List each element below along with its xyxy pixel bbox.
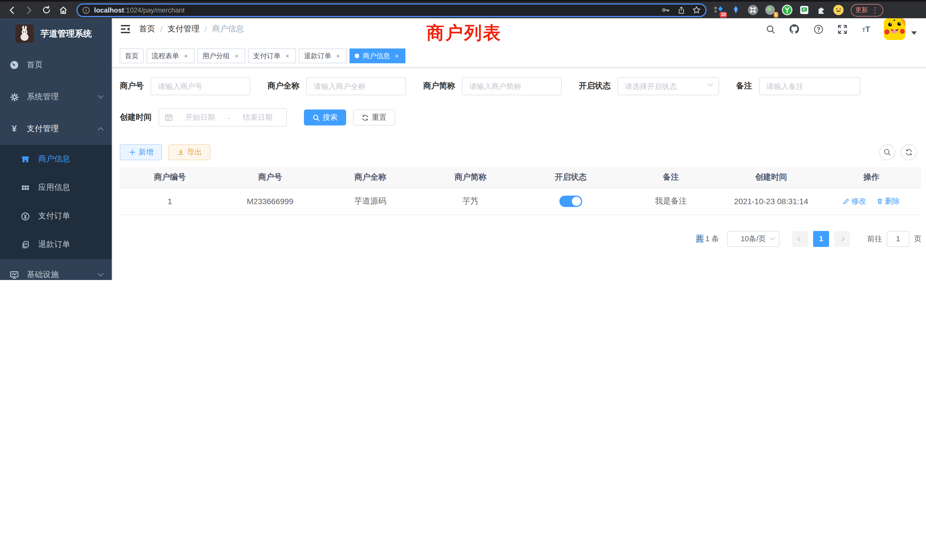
status-select[interactable] xyxy=(617,77,719,95)
date-start-placeholder[interactable]: 开始日期 xyxy=(177,112,223,123)
date-range-separator: - xyxy=(228,113,230,122)
add-button[interactable]: 新增 xyxy=(120,144,162,160)
bookmark-star-icon[interactable] xyxy=(692,6,701,14)
app-header: 首页 / 支付管理 / 商户信息 xyxy=(112,18,926,40)
col-merchant-id: 商户编号 xyxy=(120,167,220,188)
remark-input[interactable] xyxy=(759,77,861,95)
pagination: 共 1 条 10条/页 1 前往 页 xyxy=(120,231,921,247)
back-icon[interactable] xyxy=(8,5,17,15)
site-info-icon[interactable] xyxy=(82,6,90,14)
delete-link[interactable]: 删除 xyxy=(876,196,900,206)
browser-chrome: localhost:1024/pay/merchant 10 xyxy=(0,0,926,18)
filter-row-1: 商户号 商户全称 商户简称 开启状态 xyxy=(120,77,926,95)
next-page-button[interactable] xyxy=(834,231,850,247)
status-select-input[interactable] xyxy=(617,77,719,95)
password-key-icon[interactable] xyxy=(661,6,670,14)
sidebar-item-home[interactable]: 首页 xyxy=(0,49,112,81)
tab-label: 用户分组 xyxy=(203,51,230,61)
header-search-icon[interactable] xyxy=(765,24,775,34)
sidebar-item-pay-order[interactable]: 支付订单 xyxy=(0,202,112,230)
close-icon[interactable]: × xyxy=(233,53,240,59)
main-area: 商户列表 首页 / 支付管理 / 商户信息 xyxy=(112,18,926,280)
browser-menu-icon[interactable]: ⋮ xyxy=(871,6,879,14)
short-name-input[interactable] xyxy=(462,77,561,95)
profile-avatar-icon[interactable] xyxy=(833,5,844,15)
toggle-search-icon[interactable] xyxy=(879,144,895,160)
sidebar-item-pay[interactable]: ¥ 支付管理 xyxy=(0,113,112,145)
share-icon[interactable] xyxy=(677,6,685,14)
sidebar-fold-icon[interactable] xyxy=(120,24,130,34)
sidebar-item-system[interactable]: 系统管理 xyxy=(0,81,112,113)
reload-icon[interactable] xyxy=(42,5,51,15)
page-size-select[interactable]: 10条/页 xyxy=(727,231,779,247)
pagination-total: 共 1 条 xyxy=(696,233,719,244)
date-range-picker[interactable]: 开始日期 - 结束日期 xyxy=(159,108,287,127)
sidebar-item-app-info[interactable]: 应用信息 xyxy=(0,173,112,202)
tab-refund-order[interactable]: 退款订单× xyxy=(299,48,346,63)
search-button-label: 搜索 xyxy=(323,112,337,123)
github-icon[interactable] xyxy=(789,24,799,34)
extensions-puzzle-icon[interactable] xyxy=(816,5,827,15)
goto-page-input[interactable] xyxy=(887,231,909,247)
active-dot-icon xyxy=(355,54,359,58)
search-button[interactable]: 搜索 xyxy=(304,109,346,126)
reset-button[interactable]: 重置 xyxy=(353,109,395,126)
tab-pay-order[interactable]: 支付订单× xyxy=(248,48,296,63)
sidebar-item-merchant-info[interactable]: 商户信息 xyxy=(0,145,112,173)
cell-actions: 修改 删除 xyxy=(822,188,922,215)
fullscreen-icon[interactable] xyxy=(837,24,847,34)
font-size-icon[interactable]: TT xyxy=(861,24,871,34)
page-number-1[interactable]: 1 xyxy=(813,231,829,247)
page-content: 商户号 商户全称 商户简称 开启状态 xyxy=(112,68,926,280)
tab-process-form[interactable]: 流程表单× xyxy=(147,48,194,63)
url-bar[interactable]: localhost:1024/pay/merchant xyxy=(76,3,707,17)
sidebar-item-label: 系统管理 xyxy=(27,92,98,102)
chevron-down-icon xyxy=(770,235,775,240)
sidebar-item-label: 支付订单 xyxy=(38,211,70,221)
browser-update-chip[interactable]: 更新 ⋮ xyxy=(851,4,883,16)
add-button-label: 新增 xyxy=(139,147,153,157)
app-logo-row[interactable]: 芋道管理系统 xyxy=(0,18,112,49)
close-icon[interactable]: × xyxy=(335,53,342,59)
breadcrumb-item[interactable]: 支付管理 xyxy=(168,24,200,34)
refresh-icon xyxy=(362,114,369,121)
prev-page-button[interactable] xyxy=(792,231,808,247)
extension-chat-icon[interactable] xyxy=(799,5,809,15)
merchant-table: 商户编号 商户号 商户全称 商户简称 开启状态 备注 创建时间 操作 1 xyxy=(120,167,921,215)
home-icon[interactable] xyxy=(59,5,68,15)
edit-link[interactable]: 修改 xyxy=(843,196,866,206)
url-text[interactable]: localhost:1024/pay/merchant xyxy=(94,6,655,14)
extension-recorder-icon[interactable]: 1 xyxy=(765,5,775,15)
user-menu-caret-icon[interactable] xyxy=(911,31,917,35)
extension-command-icon[interactable] xyxy=(747,5,758,15)
help-icon[interactable] xyxy=(813,24,823,34)
date-end-placeholder[interactable]: 结束日期 xyxy=(235,112,280,123)
extension-gem-icon[interactable] xyxy=(731,5,741,15)
remark-label: 备注 xyxy=(736,81,752,91)
sidebar-item-refund-order[interactable]: 退款订单 xyxy=(0,230,112,259)
col-status: 开启状态 xyxy=(520,167,621,188)
full-name-input[interactable] xyxy=(306,77,406,95)
breadcrumb-separator: / xyxy=(205,24,207,34)
pagination-total-highlight: 共 xyxy=(696,234,704,243)
extension-y-icon[interactable] xyxy=(782,5,793,15)
monitor-chart-icon xyxy=(10,270,19,279)
tab-merchant-info[interactable]: 商户信息× xyxy=(350,48,406,63)
chevron-down-icon xyxy=(98,92,103,98)
close-icon[interactable]: × xyxy=(393,53,400,59)
breadcrumb-item[interactable]: 首页 xyxy=(139,24,155,34)
status-toggle[interactable] xyxy=(559,195,582,207)
export-button[interactable]: 导出 xyxy=(168,144,210,160)
sidebar-item-infra[interactable]: 基础设施 xyxy=(0,259,112,280)
plus-icon xyxy=(128,148,136,156)
tab-user-group[interactable]: 用户分组× xyxy=(197,48,245,63)
merchant-no-input[interactable] xyxy=(151,77,250,95)
close-icon[interactable]: × xyxy=(183,53,189,59)
extension-diamond-icon[interactable]: 10 xyxy=(713,5,724,15)
user-avatar[interactable] xyxy=(884,18,905,40)
tab-home[interactable]: 首页 xyxy=(120,48,144,63)
forward-icon[interactable] xyxy=(24,5,34,15)
refresh-table-icon[interactable] xyxy=(901,144,917,160)
close-icon[interactable]: × xyxy=(284,53,291,59)
yen-icon: ¥ xyxy=(10,124,19,133)
